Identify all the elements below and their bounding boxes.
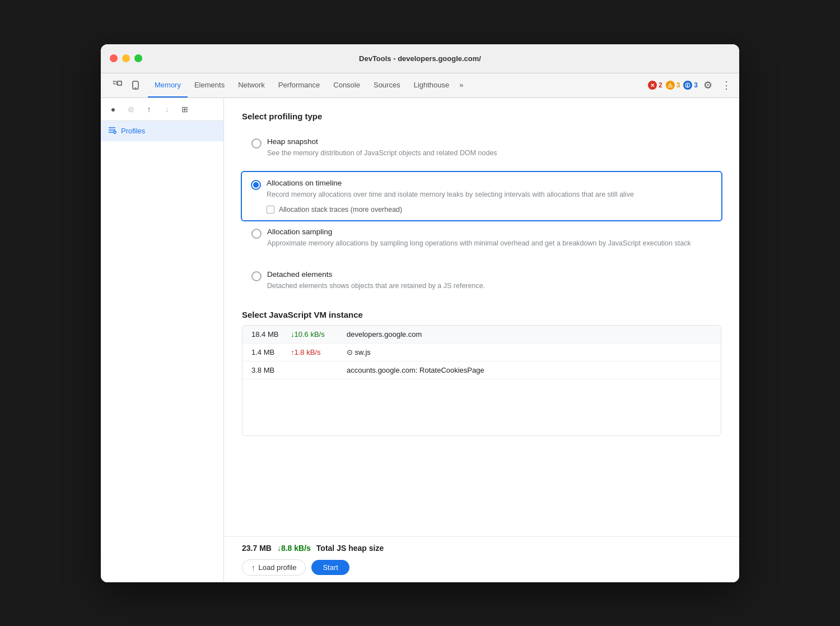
allocation-stack-checkbox[interactable] xyxy=(267,206,274,214)
upload-icon: ↑ xyxy=(251,563,255,572)
download-button[interactable]: ↓ xyxy=(159,101,175,117)
content-area: Select profiling type Heap snapshot See … xyxy=(224,98,739,536)
option-allocations-timeline[interactable]: Allocations on timeline Record memory al… xyxy=(241,171,722,221)
main-content: ● ⊘ ↑ ↓ ⊞ Profiles xyxy=(101,98,739,582)
vm-row-1[interactable]: 1.4 MB ↑1.8 kB/s ⊙ sw.js xyxy=(242,344,721,361)
tab-performance[interactable]: Performance xyxy=(272,73,326,98)
vm-rate-0: ↓10.6 kB/s xyxy=(291,330,347,338)
option-allocations-content: Allocations on timeline Record memory al… xyxy=(267,179,712,214)
vm-name-0: developers.google.com xyxy=(347,330,712,338)
tab-icons xyxy=(105,77,148,93)
error-icon: ✕ xyxy=(648,81,657,90)
vm-size-1: 1.4 MB xyxy=(251,348,291,356)
allocation-stack-label: Allocation stack traces (more overhead) xyxy=(279,206,402,214)
tab-memory[interactable]: Memory xyxy=(148,73,188,98)
profiles-label: Profiles xyxy=(121,127,145,135)
footer: 23.7 MB ↓8.8 kB/s Total JS heap size ↑ L… xyxy=(224,536,739,582)
devtools-window: DevTools - developers.google.com/ Memory… xyxy=(101,44,739,582)
maximize-button[interactable] xyxy=(134,54,142,62)
device-icon[interactable] xyxy=(128,77,143,93)
tab-more[interactable]: » xyxy=(456,73,466,98)
info-badge[interactable]: 🛈 3 xyxy=(683,81,698,90)
sidebar-toolbar: ● ⊘ ↑ ↓ ⊞ xyxy=(101,98,223,121)
upload-button[interactable]: ↑ xyxy=(141,101,157,117)
radio-allocations-timeline[interactable] xyxy=(251,180,261,190)
tab-lighthouse[interactable]: Lighthouse xyxy=(407,73,456,98)
vm-empty-space xyxy=(242,379,721,435)
error-badge[interactable]: ✕ 2 xyxy=(648,81,662,90)
svg-rect-0 xyxy=(114,81,116,84)
option-detached-content: Detached elements Detached elements show… xyxy=(267,270,485,291)
footer-buttons: ↑ Load profile Start xyxy=(242,559,721,576)
option-sampling-content: Allocation sampling Approximate memory a… xyxy=(267,228,691,249)
footer-total-label: Total JS heap size xyxy=(316,544,384,553)
svg-rect-1 xyxy=(118,81,122,85)
warn-badge[interactable]: ⚠ 3 xyxy=(666,81,680,90)
footer-stats: 23.7 MB ↓8.8 kB/s Total JS heap size xyxy=(242,544,721,553)
footer-total-size: 23.7 MB xyxy=(242,544,272,553)
vm-row-2[interactable]: 3.8 MB accounts.google.com: RotateCookie… xyxy=(242,361,721,379)
sidebar-item-profiles[interactable]: Profiles xyxy=(101,121,223,141)
vm-name-1: ⊙ sw.js xyxy=(347,348,712,356)
section-title: Select profiling type xyxy=(242,112,721,121)
minimize-button[interactable] xyxy=(122,54,130,62)
load-profile-button[interactable]: ↑ Load profile xyxy=(242,559,306,576)
profiles-icon xyxy=(108,126,116,137)
option-detached-elements[interactable]: Detached elements Detached elements show… xyxy=(242,263,721,299)
close-button[interactable] xyxy=(110,54,118,62)
info-icon: 🛈 xyxy=(683,81,692,90)
settings-icon[interactable]: ⚙ xyxy=(701,77,715,94)
start-button[interactable]: Start xyxy=(311,560,349,575)
footer-total-rate: ↓8.8 kB/s xyxy=(277,544,311,553)
vm-size-0: 18.4 MB xyxy=(251,330,291,338)
radio-allocation-sampling[interactable] xyxy=(251,229,262,239)
vm-table: 18.4 MB ↓10.6 kB/s developers.google.com… xyxy=(242,325,721,436)
tab-elements[interactable]: Elements xyxy=(188,73,231,98)
option-heap-snapshot-content: Heap snapshot See the memory distributio… xyxy=(267,137,497,159)
tab-sources[interactable]: Sources xyxy=(367,73,407,98)
inspect-icon[interactable] xyxy=(110,77,125,93)
tab-console[interactable]: Console xyxy=(326,73,367,98)
warn-icon: ⚠ xyxy=(666,81,675,90)
tab-network[interactable]: Network xyxy=(231,73,272,98)
vm-rate-1: ↑1.8 kB/s xyxy=(291,348,347,356)
radio-detached-elements[interactable] xyxy=(251,271,262,281)
more-options-icon[interactable]: ⋮ xyxy=(718,77,735,94)
clear-button[interactable]: ⊞ xyxy=(177,101,193,117)
title-bar: DevTools - developers.google.com/ xyxy=(101,44,739,73)
radio-heap-snapshot[interactable] xyxy=(251,138,262,149)
window-title: DevTools - developers.google.com/ xyxy=(359,54,481,63)
sidebar: ● ⊘ ↑ ↓ ⊞ Profiles xyxy=(101,98,224,582)
vm-section-title: Select JavaScript VM instance xyxy=(242,310,721,319)
option-heap-snapshot[interactable]: Heap snapshot See the memory distributio… xyxy=(242,130,721,166)
devtools-tab-bar: Memory Elements Network Performance Cons… xyxy=(101,73,739,98)
vm-name-2: accounts.google.com: RotateCookiesPage xyxy=(347,366,712,374)
svg-point-7 xyxy=(114,131,116,133)
allocation-stack-traces-row: Allocation stack traces (more overhead) xyxy=(267,206,712,214)
option-allocation-sampling[interactable]: Allocation sampling Approximate memory a… xyxy=(242,220,721,256)
stop-button[interactable]: ⊘ xyxy=(123,101,139,117)
vm-row-0[interactable]: 18.4 MB ↓10.6 kB/s developers.google.com xyxy=(242,326,721,344)
traffic-lights xyxy=(110,54,142,62)
vm-size-2: 3.8 MB xyxy=(251,366,291,374)
record-button[interactable]: ● xyxy=(105,101,121,117)
tab-right-badges: ✕ 2 ⚠ 3 🛈 3 ⚙ ⋮ xyxy=(648,77,735,94)
